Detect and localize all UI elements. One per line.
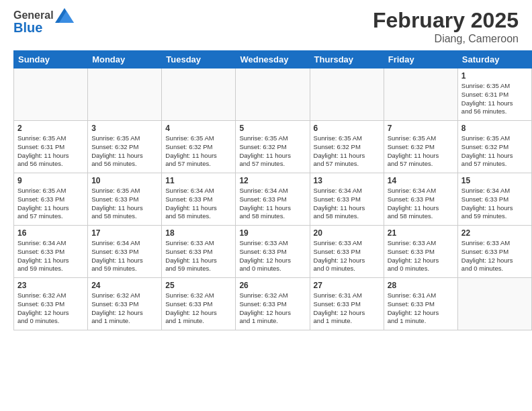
week-row-1: 1Sunrise: 6:35 AM Sunset: 6:31 PM Daylig…	[14, 68, 532, 121]
day-cell-7: 7Sunrise: 6:35 AM Sunset: 6:32 PM Daylig…	[384, 121, 457, 173]
empty-cell	[457, 278, 531, 330]
weekday-wednesday: Wednesday	[236, 51, 310, 68]
day-number: 5	[239, 124, 306, 133]
day-number: 13	[314, 176, 380, 185]
week-row-5: 23Sunrise: 6:32 AM Sunset: 6:33 PM Dayli…	[14, 278, 532, 330]
day-cell-19: 19Sunrise: 6:33 AM Sunset: 6:33 PM Dayli…	[236, 226, 310, 278]
day-info: Sunrise: 6:35 AM Sunset: 6:31 PM Dayligh…	[461, 82, 528, 116]
day-info: Sunrise: 6:35 AM Sunset: 6:32 PM Dayligh…	[388, 134, 454, 169]
day-number: 3	[91, 124, 158, 133]
day-number: 6	[314, 124, 380, 133]
day-info: Sunrise: 6:34 AM Sunset: 6:33 PM Dayligh…	[165, 187, 232, 221]
day-cell-16: 16Sunrise: 6:34 AM Sunset: 6:33 PM Dayli…	[14, 226, 88, 278]
header: General Blue February 2025 Diang, Camero…	[0, 0, 532, 50]
week-row-2: 2Sunrise: 6:35 AM Sunset: 6:31 PM Daylig…	[14, 121, 532, 173]
weekday-thursday: Thursday	[310, 51, 384, 68]
weekday-header-row: SundayMondayTuesdayWednesdayThursdayFrid…	[14, 51, 532, 68]
day-cell-28: 28Sunrise: 6:31 AM Sunset: 6:33 PM Dayli…	[384, 278, 457, 330]
day-info: Sunrise: 6:35 AM Sunset: 6:33 PM Dayligh…	[17, 187, 84, 221]
day-cell-17: 17Sunrise: 6:34 AM Sunset: 6:33 PM Dayli…	[88, 226, 162, 278]
day-cell-26: 26Sunrise: 6:32 AM Sunset: 6:33 PM Dayli…	[236, 278, 310, 330]
day-cell-4: 4Sunrise: 6:35 AM Sunset: 6:32 PM Daylig…	[162, 121, 236, 173]
day-info: Sunrise: 6:35 AM Sunset: 6:32 PM Dayligh…	[239, 134, 306, 169]
day-info: Sunrise: 6:34 AM Sunset: 6:33 PM Dayligh…	[461, 187, 528, 221]
day-cell-8: 8Sunrise: 6:35 AM Sunset: 6:32 PM Daylig…	[457, 121, 531, 173]
weekday-friday: Friday	[384, 51, 457, 68]
day-info: Sunrise: 6:35 AM Sunset: 6:32 PM Dayligh…	[461, 134, 528, 169]
day-cell-27: 27Sunrise: 6:31 AM Sunset: 6:33 PM Dayli…	[310, 278, 384, 330]
day-cell-18: 18Sunrise: 6:33 AM Sunset: 6:33 PM Dayli…	[162, 226, 236, 278]
weekday-tuesday: Tuesday	[162, 51, 236, 68]
day-info: Sunrise: 6:35 AM Sunset: 6:33 PM Dayligh…	[91, 187, 158, 221]
day-cell-10: 10Sunrise: 6:35 AM Sunset: 6:33 PM Dayli…	[88, 173, 162, 226]
empty-cell	[384, 68, 457, 121]
day-info: Sunrise: 6:35 AM Sunset: 6:31 PM Dayligh…	[17, 134, 84, 169]
day-info: Sunrise: 6:33 AM Sunset: 6:33 PM Dayligh…	[165, 239, 232, 273]
calendar-table: SundayMondayTuesdayWednesdayThursdayFrid…	[13, 50, 532, 330]
day-info: Sunrise: 6:35 AM Sunset: 6:32 PM Dayligh…	[91, 134, 158, 169]
day-number: 7	[388, 124, 454, 133]
day-number: 18	[165, 228, 232, 238]
day-info: Sunrise: 6:35 AM Sunset: 6:32 PM Dayligh…	[165, 134, 232, 169]
day-cell-21: 21Sunrise: 6:33 AM Sunset: 6:33 PM Dayli…	[384, 226, 457, 278]
day-cell-24: 24Sunrise: 6:32 AM Sunset: 6:33 PM Dayli…	[88, 278, 162, 330]
day-number: 26	[239, 281, 306, 290]
day-info: Sunrise: 6:33 AM Sunset: 6:33 PM Dayligh…	[239, 239, 306, 273]
day-number: 12	[239, 176, 306, 185]
day-info: Sunrise: 6:32 AM Sunset: 6:33 PM Dayligh…	[17, 291, 84, 326]
day-number: 24	[91, 281, 158, 290]
day-cell-14: 14Sunrise: 6:34 AM Sunset: 6:33 PM Dayli…	[384, 173, 457, 226]
day-number: 23	[17, 281, 84, 290]
empty-cell	[88, 68, 162, 121]
day-info: Sunrise: 6:31 AM Sunset: 6:33 PM Dayligh…	[314, 291, 380, 326]
day-info: Sunrise: 6:32 AM Sunset: 6:33 PM Dayligh…	[165, 291, 232, 326]
day-info: Sunrise: 6:34 AM Sunset: 6:33 PM Dayligh…	[314, 187, 380, 221]
day-info: Sunrise: 6:34 AM Sunset: 6:33 PM Dayligh…	[17, 239, 84, 273]
day-cell-23: 23Sunrise: 6:32 AM Sunset: 6:33 PM Dayli…	[14, 278, 88, 330]
day-cell-6: 6Sunrise: 6:35 AM Sunset: 6:32 PM Daylig…	[310, 121, 384, 173]
day-cell-5: 5Sunrise: 6:35 AM Sunset: 6:32 PM Daylig…	[236, 121, 310, 173]
day-info: Sunrise: 6:33 AM Sunset: 6:33 PM Dayligh…	[461, 239, 528, 273]
empty-cell	[14, 68, 88, 121]
weekday-monday: Monday	[88, 51, 162, 68]
day-number: 19	[239, 228, 306, 238]
day-cell-12: 12Sunrise: 6:34 AM Sunset: 6:33 PM Dayli…	[236, 173, 310, 226]
day-cell-22: 22Sunrise: 6:33 AM Sunset: 6:33 PM Dayli…	[457, 226, 531, 278]
empty-cell	[236, 68, 310, 121]
day-number: 11	[165, 176, 232, 185]
day-cell-1: 1Sunrise: 6:35 AM Sunset: 6:31 PM Daylig…	[457, 68, 531, 121]
day-number: 2	[17, 124, 84, 133]
day-info: Sunrise: 6:34 AM Sunset: 6:33 PM Dayligh…	[91, 239, 158, 273]
weekday-saturday: Saturday	[457, 51, 531, 68]
logo: General Blue	[13, 8, 74, 36]
empty-cell	[310, 68, 384, 121]
day-info: Sunrise: 6:33 AM Sunset: 6:33 PM Dayligh…	[314, 239, 380, 273]
week-row-4: 16Sunrise: 6:34 AM Sunset: 6:33 PM Dayli…	[14, 226, 532, 278]
logo-icon	[55, 8, 74, 23]
day-number: 15	[461, 176, 528, 185]
day-cell-15: 15Sunrise: 6:34 AM Sunset: 6:33 PM Dayli…	[457, 173, 531, 226]
day-number: 20	[314, 228, 380, 238]
day-number: 25	[165, 281, 232, 290]
day-info: Sunrise: 6:34 AM Sunset: 6:33 PM Dayligh…	[388, 187, 454, 221]
day-cell-13: 13Sunrise: 6:34 AM Sunset: 6:33 PM Dayli…	[310, 173, 384, 226]
day-number: 17	[91, 228, 158, 238]
day-number: 14	[388, 176, 454, 185]
day-info: Sunrise: 6:32 AM Sunset: 6:33 PM Dayligh…	[239, 291, 306, 326]
day-cell-3: 3Sunrise: 6:35 AM Sunset: 6:32 PM Daylig…	[88, 121, 162, 173]
weekday-sunday: Sunday	[14, 51, 88, 68]
week-row-3: 9Sunrise: 6:35 AM Sunset: 6:33 PM Daylig…	[14, 173, 532, 226]
day-number: 21	[388, 228, 454, 238]
day-number: 16	[17, 228, 84, 238]
day-number: 1	[461, 71, 528, 81]
day-info: Sunrise: 6:32 AM Sunset: 6:33 PM Dayligh…	[91, 291, 158, 326]
title-section: February 2025 Diang, Cameroon	[373, 8, 519, 45]
day-number: 28	[388, 281, 454, 290]
day-info: Sunrise: 6:35 AM Sunset: 6:32 PM Dayligh…	[314, 134, 380, 169]
day-number: 4	[165, 124, 232, 133]
day-info: Sunrise: 6:34 AM Sunset: 6:33 PM Dayligh…	[239, 187, 306, 221]
day-number: 22	[461, 228, 528, 238]
day-info: Sunrise: 6:33 AM Sunset: 6:33 PM Dayligh…	[388, 239, 454, 273]
day-cell-11: 11Sunrise: 6:34 AM Sunset: 6:33 PM Dayli…	[162, 173, 236, 226]
day-number: 10	[91, 176, 158, 185]
